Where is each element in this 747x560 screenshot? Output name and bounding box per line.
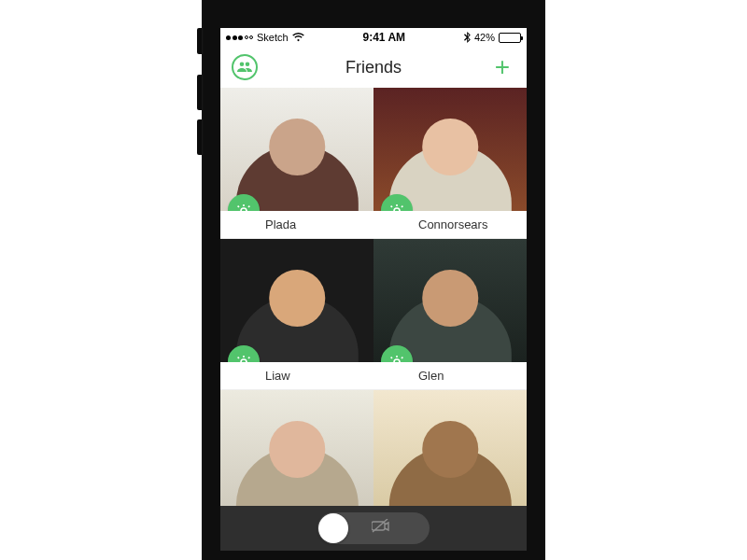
- mute-switch: [197, 28, 202, 54]
- friend-name: Connorsears: [418, 217, 487, 231]
- friend-card[interactable]: [374, 390, 527, 513]
- clock-label: 9:41 AM: [304, 31, 464, 44]
- bluetooth-icon: [464, 32, 471, 43]
- friend-name: Plada: [265, 217, 296, 231]
- volume-up-button: [197, 75, 202, 110]
- friend-card[interactable]: Plada: [220, 88, 374, 239]
- plus-icon: +: [495, 54, 510, 80]
- friend-name: Glen: [418, 369, 444, 383]
- friend-photo: [374, 239, 527, 362]
- friends-grid: Plada Connorsears: [220, 88, 527, 513]
- friend-name: Liaw: [265, 369, 290, 383]
- friend-card[interactable]: Liaw: [220, 239, 374, 390]
- wifi-icon: [292, 33, 304, 42]
- add-friend-button[interactable]: +: [487, 52, 517, 82]
- iphone-frame: Sketch 9:41 AM 42%: [202, 0, 545, 560]
- carrier-label: Sketch: [257, 32, 289, 43]
- groups-button[interactable]: [230, 52, 260, 82]
- status-bar: Sketch 9:41 AM 42%: [220, 28, 527, 47]
- friend-card[interactable]: Connorsears: [374, 88, 527, 239]
- volume-down-button: [197, 119, 202, 155]
- friend-photo: [374, 88, 527, 211]
- mode-slider[interactable]: [317, 512, 430, 544]
- camera-off-icon: [372, 519, 390, 538]
- navbar: Friends +: [220, 47, 527, 88]
- bottom-bar: [220, 506, 527, 551]
- signal-strength-icon: [226, 35, 253, 40]
- screen: Sketch 9:41 AM 42%: [220, 28, 527, 551]
- friend-photo: [374, 390, 527, 513]
- slider-knob[interactable]: [318, 513, 348, 543]
- page-title: Friends: [345, 58, 402, 77]
- battery-icon: [499, 33, 521, 43]
- friends-grid-container: Plada Connorsears: [220, 88, 527, 551]
- friend-photo: [220, 239, 374, 362]
- friend-card[interactable]: [220, 390, 374, 513]
- battery-pct-label: 42%: [474, 32, 495, 43]
- friend-photo: [220, 390, 374, 513]
- friend-card[interactable]: Glen: [374, 239, 527, 390]
- people-icon: [232, 54, 258, 80]
- friend-photo: [220, 88, 374, 211]
